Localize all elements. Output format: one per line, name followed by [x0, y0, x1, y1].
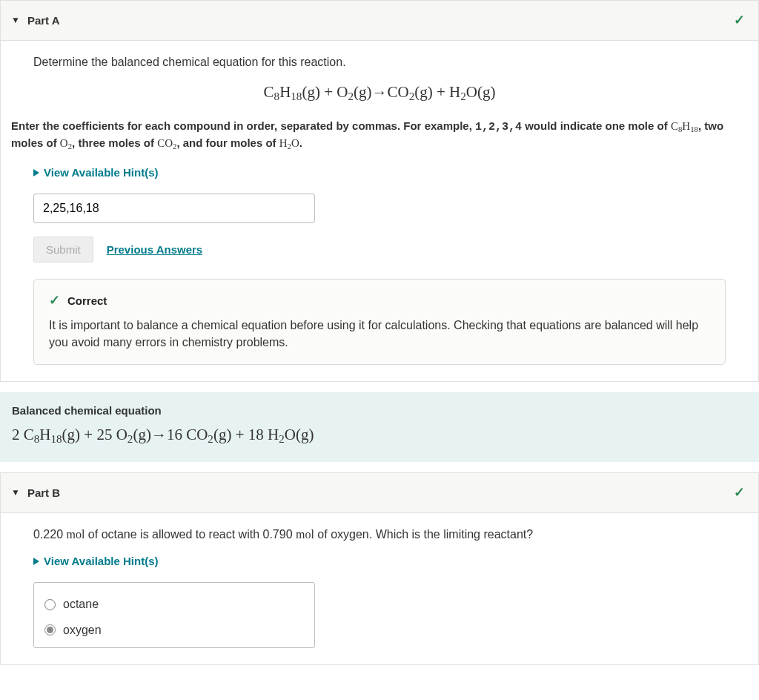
- hints-label-a: View Available Hint(s): [44, 165, 159, 180]
- part-a-body: Determine the balanced chemical equation…: [1, 41, 758, 381]
- part-b-title: Part B: [27, 485, 60, 501]
- feedback-body: It is important to balance a chemical eq…: [49, 317, 710, 351]
- triangle-down-icon: ▼: [11, 486, 20, 499]
- radio-oxygen-input[interactable]: [44, 624, 56, 635]
- balanced-panel: Balanced chemical equation 2 C8H18(g) + …: [0, 392, 759, 462]
- balanced-title: Balanced chemical equation: [12, 403, 747, 418]
- radio-option-oxygen[interactable]: oxygen: [44, 618, 304, 643]
- instr-example: 1,2,3,4: [475, 121, 522, 133]
- answer-input[interactable]: [33, 194, 315, 223]
- part-b-container: ▼ Part B ✓ 0.220 mol of octane is allowe…: [0, 472, 759, 665]
- submit-button[interactable]: Submit: [33, 237, 93, 262]
- part-b-header[interactable]: ▼ Part B ✓: [1, 473, 758, 513]
- radio-group: octane oxygen: [33, 582, 315, 648]
- iend: .: [299, 136, 302, 149]
- feedback-title: Correct: [67, 293, 107, 308]
- mol2: 0.790: [263, 528, 293, 541]
- hints-label-b: View Available Hint(s): [44, 553, 159, 569]
- c3: , and four moles of: [176, 136, 279, 149]
- previous-answers-link[interactable]: Previous Answers: [107, 242, 203, 257]
- mol1: 0.220: [33, 528, 63, 541]
- check-icon: ✓: [49, 291, 60, 310]
- part-b-prompt: 0.220 mol of octane is allowed to react …: [33, 526, 726, 543]
- radio-octane-input[interactable]: [44, 599, 56, 610]
- instruction-text: Enter the coefficients for each compound…: [11, 118, 748, 152]
- radio-octane-label: octane: [63, 596, 99, 612]
- feedback-box: ✓ Correct It is important to balance a c…: [33, 279, 726, 365]
- c2: , three moles of: [72, 136, 157, 149]
- radio-option-octane[interactable]: octane: [44, 592, 304, 617]
- t2: of oxygen. Which is the limiting reactan…: [314, 528, 533, 541]
- mol-unit-1: mol: [67, 528, 85, 541]
- part-a-title: Part A: [27, 13, 60, 28]
- instr-prefix: Enter the coefficients for each compound…: [11, 119, 475, 132]
- check-icon: ✓: [734, 11, 745, 30]
- triangle-right-icon: [33, 169, 39, 176]
- check-icon: ✓: [734, 483, 745, 502]
- triangle-right-icon: [33, 558, 39, 565]
- part-a-container: ▼ Part A ✓ Determine the balanced chemic…: [0, 0, 759, 382]
- radio-oxygen-label: oxygen: [63, 622, 102, 638]
- mol-unit-2: mol: [296, 528, 314, 541]
- t1: of octane is allowed to react with: [84, 528, 262, 541]
- reaction-equation: C8H18(g) + O2(g)→CO2(g) + H2O(g): [33, 82, 726, 105]
- triangle-down-icon: ▼: [11, 14, 20, 27]
- hints-toggle-a[interactable]: View Available Hint(s): [33, 165, 726, 180]
- balanced-equation: 2 C8H18(g) + 25 O2(g)→16 CO2(g) + 18 H2O…: [12, 424, 747, 447]
- part-a-header[interactable]: ▼ Part A ✓: [1, 1, 758, 41]
- instr-mid: would indicate one mole of: [522, 119, 671, 132]
- part-a-prompt: Determine the balanced chemical equation…: [33, 54, 726, 70]
- hints-toggle-b[interactable]: View Available Hint(s): [33, 553, 726, 569]
- part-b-body: 0.220 mol of octane is allowed to react …: [1, 513, 758, 664]
